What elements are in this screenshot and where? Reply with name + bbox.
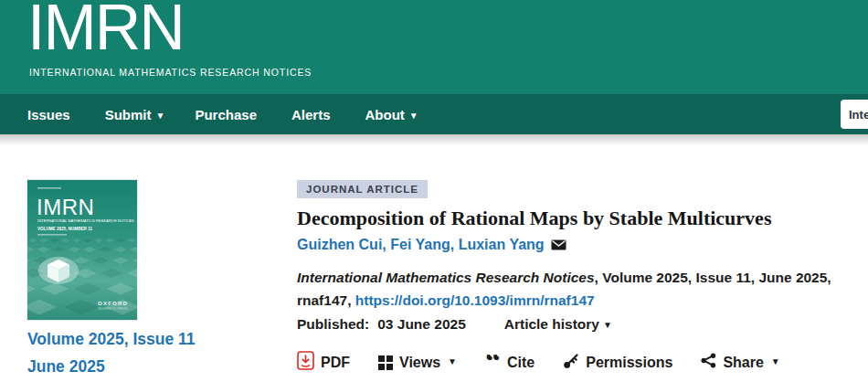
correspondence-envelope-icon[interactable]	[551, 239, 566, 250]
citation-line: International Mathematics Research Notic…	[297, 266, 845, 312]
permissions-button[interactable]: Permissions	[563, 353, 672, 373]
nav-shadow	[0, 134, 868, 145]
nav-item-alerts[interactable]: Alerts	[291, 107, 335, 122]
issue-links: Volume 2025, Issue 11 June 2025	[27, 325, 256, 380]
main-nav: Issues Submit▼ Purchase Alerts About▼	[0, 94, 868, 134]
published-date: 03 June 2025	[377, 316, 466, 333]
author-link[interactable]: Fei Yang	[390, 235, 450, 255]
issue-link-volume[interactable]: Volume 2025, Issue 11	[27, 325, 256, 353]
cover-logo-text: IMRN	[37, 195, 94, 219]
published-label: Published:	[297, 316, 369, 333]
journal-tagline: INTERNATIONAL MATHEMATICS RESEARCH NOTIC…	[29, 67, 312, 78]
published-row: Published: 03 June 2025 Article history▼	[297, 316, 845, 333]
key-icon	[563, 353, 579, 373]
chevron-down-icon: ▼	[603, 320, 612, 330]
doi-link[interactable]: https://doi.org/10.1093/imrn/rnaf147	[355, 292, 595, 308]
views-grid-icon	[378, 355, 393, 370]
quote-icon: “	[485, 355, 501, 370]
cover-publisher-sub-text: UNIVERSITY PRESS	[98, 307, 128, 311]
issue-link-month[interactable]: June 2025	[27, 353, 256, 380]
article-header: JOURNAL ARTICLE Decomposition of Rationa…	[297, 180, 845, 374]
issue-cover-art: IMRN INTERNATIONAL MATHEMATICS RESEARCH …	[27, 180, 137, 320]
nav-item-about[interactable]: About▼	[365, 107, 418, 122]
journal-logo[interactable]: IMRN	[27, 0, 184, 62]
cover-subtitle-text: INTERNATIONAL MATHEMATICS RESEARCH NOTIC…	[37, 218, 134, 223]
cover-volume-text: VOLUME 2025, NUMBER 11	[37, 227, 92, 231]
chevron-down-icon: ▼	[771, 356, 780, 366]
nav-item-submit[interactable]: Submit▼	[105, 107, 165, 122]
article-toolbar: PDF Views ▼ “ Cite Permissions	[297, 351, 845, 374]
pdf-icon	[297, 351, 314, 374]
search-scope-text: Intern	[849, 108, 868, 122]
issue-cover-image[interactable]: IMRN INTERNATIONAL MATHEMATICS RESEARCH …	[27, 180, 137, 320]
cover-publisher-text: OXFORD	[98, 300, 128, 306]
search-scope-box[interactable]: Intern	[841, 100, 868, 129]
journal-name: International Mathematics Research Notic…	[297, 270, 595, 285]
share-icon	[701, 353, 716, 372]
nav-item-issues[interactable]: Issues	[27, 107, 75, 122]
share-button[interactable]: Share ▼	[701, 353, 779, 372]
views-button[interactable]: Views ▼	[378, 355, 457, 371]
pdf-button[interactable]: PDF	[297, 351, 350, 374]
author-link[interactable]: Luxian Yang	[459, 235, 545, 255]
author-link[interactable]: Guizhen Cui	[297, 235, 382, 255]
article-title: Decomposition of Rational Maps by Stable…	[297, 206, 845, 231]
chevron-down-icon: ▼	[448, 356, 457, 366]
article-type-badge: JOURNAL ARTICLE	[297, 180, 428, 198]
cite-button[interactable]: “ Cite	[485, 355, 535, 371]
chevron-down-icon: ▼	[156, 111, 165, 121]
site-header: IMRN INTERNATIONAL MATHEMATICS RESEARCH …	[0, 0, 868, 94]
nav-item-purchase[interactable]: Purchase	[195, 107, 261, 122]
article-history-toggle[interactable]: Article history▼	[504, 316, 612, 333]
page: IMRN INTERNATIONAL MATHEMATICS RESEARCH …	[0, 0, 868, 382]
author-list: Guizhen Cui, Fei Yang, Luxian Yang	[297, 235, 845, 255]
chevron-down-icon: ▼	[409, 111, 418, 121]
